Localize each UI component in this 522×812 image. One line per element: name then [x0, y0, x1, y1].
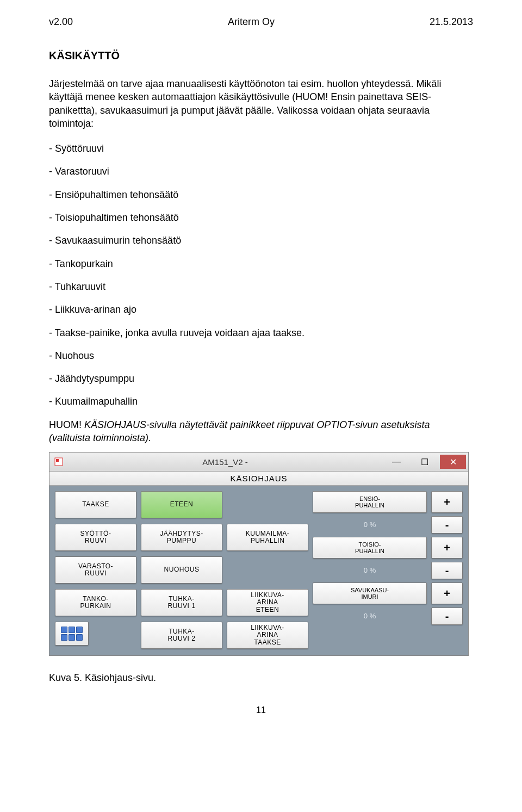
savukaasuimuri-value: 0 % [313, 608, 427, 624]
tuhkaruuvi1-button[interactable]: TUHKA- RUUVI 1 [141, 589, 222, 616]
ensiopuhallin-minus-button[interactable]: - [431, 516, 463, 534]
savukaasuimuri-minus-button[interactable]: - [431, 608, 463, 625]
page-number: 11 [49, 705, 473, 715]
menu-grid-icon [61, 627, 83, 641]
app-icon [54, 457, 64, 467]
ensiopuhallin-plus-button[interactable]: + [431, 491, 463, 513]
header-right: 21.5.2013 [430, 16, 473, 28]
liikkuvaarina-eteen-button[interactable]: LIIKKUVA- ARINA ETEEN [227, 589, 308, 616]
minimize-button[interactable]: — [383, 455, 409, 469]
toisiopuhallin-minus-button[interactable]: - [431, 562, 463, 579]
jaahdytyspumppu-button[interactable]: JÄÄHDYTYS- PUMPPU [141, 524, 222, 551]
list-item: - Tuhkaruuvit [49, 280, 473, 293]
page-header: v2.00 Ariterm Oy 21.5.2013 [49, 16, 473, 28]
savukaasuimuri-stepper: SAVUKAASU- IMURI + [313, 582, 463, 604]
spacer [227, 556, 308, 584]
svg-rect-1 [56, 459, 59, 462]
toisiopuhallin-stepper: TOISIO- PUHALLIN + [313, 537, 463, 559]
list-item: - Tankopurkain [49, 257, 473, 270]
ensiopuhallin-value: 0 % [313, 516, 427, 532]
note: HUOM! KÄSIOHJAUS-sivulla näytettävät pai… [49, 418, 473, 445]
syottoruuvi-button[interactable]: SYÖTTÖ- RUUVI [55, 524, 136, 551]
toisiopuhallin-value: 0 % [313, 562, 427, 578]
window-title: AM151_V2 - [68, 457, 382, 467]
section-title: KÄSIKÄYTTÖ [49, 49, 473, 62]
header-center: Ariterm Oy [228, 16, 275, 28]
list-item: - Varastoruuvi [49, 165, 473, 178]
list-item: - Nuohous [49, 349, 473, 362]
list-item: - Jäähdytyspumppu [49, 372, 473, 385]
ensiopuhallin-label: ENSIÖ- PUHALLIN [313, 491, 427, 513]
savukaasuimuri-label: SAVUKAASU- IMURI [313, 582, 427, 604]
panel-title: KÄSIOHJAUS [49, 472, 468, 486]
ensiopuhallin-stepper: ENSIÖ- PUHALLIN + [313, 491, 463, 513]
nuohous-button[interactable]: NUOHOUS [141, 556, 222, 584]
tuhkaruuvi2-button[interactable]: TUHKA- RUUVI 2 [141, 622, 222, 649]
control-panel: TAAKSE SYÖTTÖ- RUUVI VARASTO- RUUVI TANK… [49, 486, 468, 655]
kuumailmapuhallin-button[interactable]: KUUMAILMA- PUHALLIN [227, 524, 308, 551]
savukaasuimuri-plus-button[interactable]: + [431, 582, 463, 604]
list-item: - Liikkuva-arinan ajo [49, 303, 473, 316]
note-rest: KÄSIOHJAUS-sivulla näytettävät painikkee… [49, 419, 430, 443]
note-lead: HUOM! [49, 419, 84, 430]
list-item: - Ensiöpuhaltimen tehonsäätö [49, 188, 473, 201]
list-item: - Syöttöruuvi [49, 142, 473, 155]
list-item: - Savukaasuimurin tehonsäätö [49, 234, 473, 247]
list-item: - Taakse-painike, jonka avulla ruuveja v… [49, 326, 473, 339]
spacer [227, 491, 308, 518]
window-titlebar: AM151_V2 - — ☐ ✕ [49, 453, 468, 472]
toisiopuhallin-label: TOISIO- PUHALLIN [313, 537, 427, 559]
liikkuvaarina-taakse-button[interactable]: LIIKKUVA- ARINA TAAKSE [227, 622, 308, 649]
taakse-button[interactable]: TAAKSE [55, 491, 136, 518]
varastoruuvi-button[interactable]: VARASTO- RUUVI [55, 556, 136, 584]
menu-button[interactable] [55, 622, 89, 646]
embedded-screenshot: AM151_V2 - — ☐ ✕ KÄSIOHJAUS TAAKSE SYÖTT… [49, 452, 469, 656]
intro-paragraph: Järjestelmää on tarve ajaa manuaalisesti… [49, 77, 473, 130]
tankopurkain-button[interactable]: TANKO- PURKAIN [55, 589, 136, 616]
list-item: - Kuumailmapuhallin [49, 395, 473, 408]
list-item: - Toisiopuhaltimen tehonsäätö [49, 211, 473, 224]
header-left: v2.00 [49, 16, 73, 28]
toisiopuhallin-plus-button[interactable]: + [431, 537, 463, 559]
maximize-button[interactable]: ☐ [412, 455, 438, 469]
close-button[interactable]: ✕ [440, 455, 466, 469]
figure-caption: Kuva 5. Käsiohjaus-sivu. [49, 672, 473, 684]
eteen-button[interactable]: ETEEN [141, 491, 222, 518]
